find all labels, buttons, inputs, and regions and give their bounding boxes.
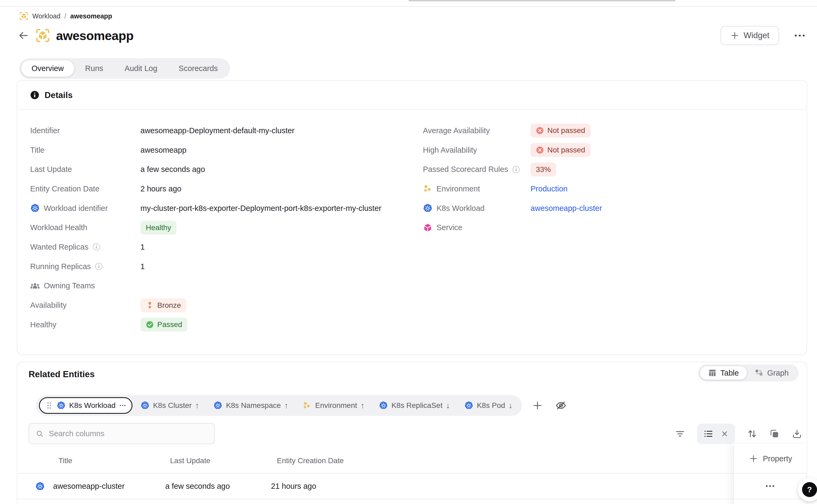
field-label-text: Last Update [30,165,72,174]
detail-row-availability: AvailabilityBronze [30,296,412,315]
detail-row-owning-teams: Owning Teams [30,276,412,296]
tab-overview[interactable]: Overview [21,60,74,77]
x-circle-icon [536,127,544,135]
detail-row-environment: EnvironmentProduction [423,179,797,199]
detail-row-passed-scorecard-rules: Passed Scorecard Rules33% [423,160,797,179]
add-property-label: Property [763,454,792,463]
field-label: K8s Workload [423,203,531,213]
view-toggle-table[interactable]: Table [700,366,747,380]
field-value: 2 hours ago [140,184,181,193]
field-label-text: Running Replicas [30,262,91,271]
add-property-button[interactable]: Property [734,444,807,474]
k8s-icon [213,401,222,410]
download-icon[interactable] [792,428,802,439]
breadcrumb-separator: / [64,12,66,20]
detail-row-last-update: Last Updatea few seconds ago [30,160,412,179]
detail-row-running-replicas: Running Replicas1 [30,257,412,276]
page-title: awesomeapp [56,28,133,43]
sort-icon[interactable] [747,428,757,439]
badge-text: Bronze [157,301,181,310]
table-row[interactable]: awesomeapp-clustera few seconds ago21 ho… [17,474,733,499]
field-value: Not passed [531,124,591,137]
field-label: Workload Health [30,223,140,232]
drag-handle-icon[interactable] [45,401,53,409]
related-entities-title: Related Entities [29,369,95,379]
row-actions-button[interactable]: ••• [734,474,807,499]
tab-scorecards[interactable]: Scorecards [168,60,228,77]
info-outline-icon[interactable] [95,262,103,270]
column-header-title[interactable]: Title [58,448,72,473]
relation-chip-k8s-namespace[interactable]: K8s Namespace↑ [207,397,294,414]
field-label-text: Owning Teams [44,281,95,290]
horizontal-scrollbar[interactable] [409,0,675,1]
breadcrumb-blueprint[interactable]: Workload [32,12,60,20]
filter-icon[interactable] [675,428,685,439]
chip-label-text: K8s Workload [69,401,116,410]
field-value: awesomeapp-Deployment-default-my-cluster [140,126,294,135]
back-button[interactable] [17,28,31,43]
close-icon[interactable] [721,430,729,438]
relation-chip-environment[interactable]: Environment↑ [296,397,371,414]
relation-chip-k8s-replicaset[interactable]: K8s ReplicaSet↓ [372,397,456,414]
direction-up-icon: ↑ [284,401,288,410]
field-value: a few seconds ago [140,165,205,174]
chip-more-menu[interactable]: ••• [120,403,126,408]
plus-icon [749,454,758,463]
field-value: 1 [140,262,145,271]
k8s-icon [30,203,40,213]
relation-chips-bar: K8s Workload•••K8s Cluster↑K8s Namespace… [36,395,522,416]
field-label: Availability [30,301,140,310]
tab-runs[interactable]: Runs [75,60,113,77]
search-columns-input[interactable] [49,429,208,438]
status-badge: 33% [531,163,556,176]
field-value: Bronze [140,298,186,312]
tab-audit-log[interactable]: Audit Log [115,60,168,77]
entity-link[interactable]: awesomeapp-cluster [531,204,602,213]
relation-chip-k8s-pod[interactable]: K8s Pod↓ [458,397,519,414]
details-card: Details Identifierawesomeapp-Deployment-… [17,80,807,355]
badge-text: Healthy [146,223,171,232]
relation-chip-k8s-cluster[interactable]: K8s Cluster↑ [134,397,205,414]
field-label-text: Wanted Replicas [30,243,88,251]
field-label: Wanted Replicas [30,243,140,251]
check-circle-icon [146,321,154,329]
search-icon [36,430,44,438]
row-title-link[interactable]: awesomeapp-cluster [53,474,125,499]
status-badge: Not passed [531,124,591,137]
field-label-text: High Availability [423,146,477,155]
page-more-menu-button[interactable]: ••• [795,31,806,40]
related-entities-card: Related Entities TableGraph K8s Workload… [17,362,807,504]
page-header: awesomeapp Widget ••• [17,25,806,46]
view-toggle: TableGraph [698,364,799,381]
field-label-text: Title [30,146,45,155]
field-value: 33% [531,163,556,176]
field-label-text: Environment [437,184,480,193]
plus-icon [730,31,739,40]
add-widget-label: Widget [744,31,769,40]
status-badge: Passed [140,318,187,332]
list-view-icon[interactable] [704,429,714,439]
details-card-header: Details [17,81,807,110]
field-value-text: 1 [140,262,145,271]
table-body: awesomeapp-clustera few seconds ago21 ho… [17,474,733,504]
workload-blueprint-icon [19,11,28,21]
view-toggle-graph[interactable]: Graph [747,366,797,380]
table-icon [708,369,717,377]
info-outline-icon[interactable] [512,166,520,174]
add-relation-icon[interactable] [532,400,543,411]
field-value-text: 1 [140,243,145,251]
field-label-text: Workload identifier [44,204,108,213]
relation-chip-k8s-workload[interactable]: K8s Workload••• [39,397,132,414]
column-header-entity-creation-date[interactable]: Entity Creation Date [277,448,344,473]
x-circle-icon [536,146,544,154]
add-widget-button[interactable]: Widget [721,26,779,45]
field-label-text: Availability [30,301,66,310]
copy-icon[interactable] [769,428,780,439]
entity-link[interactable]: Production [531,184,568,193]
eye-off-icon[interactable] [555,400,567,411]
chip-label-text: K8s Namespace [226,401,281,410]
info-outline-icon[interactable] [92,243,100,251]
table-header: TitleLast UpdateEntity Creation Date [17,448,733,474]
column-header-last-update[interactable]: Last Update [170,448,210,473]
field-value: awesomeapp-cluster [531,204,602,213]
